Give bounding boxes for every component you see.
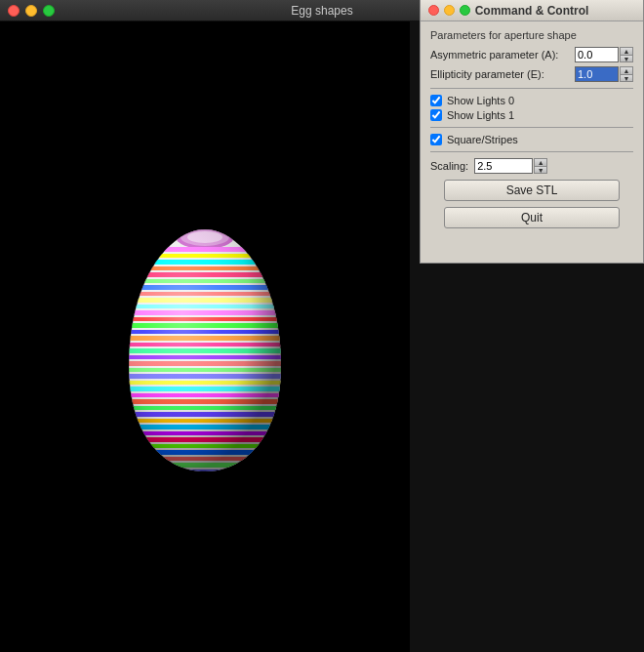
scaling-up[interactable]: ▲ [534, 158, 547, 166]
ellipticity-param-row: Ellipticity parameter (E): ▲ ▼ [430, 66, 633, 82]
scaling-label: Scaling: [430, 160, 468, 172]
scaling-down[interactable]: ▼ [534, 166, 547, 174]
control-body: Parameters for aperture shape Asymmetric… [421, 21, 643, 240]
asymmetric-up[interactable]: ▲ [620, 47, 633, 55]
main-close-button[interactable] [8, 5, 20, 17]
asymmetric-input[interactable] [575, 47, 619, 62]
show-lights-0-checkbox[interactable] [430, 95, 442, 106]
show-lights-1-row: Show Lights 1 [430, 109, 633, 121]
egg-visualization [112, 210, 298, 483]
divider-3 [430, 151, 633, 152]
ellipticity-down[interactable]: ▼ [620, 74, 633, 82]
save-stl-button[interactable]: Save STL [444, 180, 620, 201]
divider-2 [430, 127, 633, 128]
show-lights-0-label: Show Lights 0 [447, 95, 514, 106]
ellipticity-label: Ellipticity parameter (E): [430, 68, 575, 80]
scaling-row: Scaling: ▲ ▼ [430, 158, 633, 174]
control-panel: Command & Control Parameters for apertur… [420, 0, 644, 264]
square-stripes-label: Square/Stripes [447, 134, 518, 145]
show-lights-1-checkbox[interactable] [430, 109, 442, 121]
divider-1 [430, 88, 633, 89]
asymmetric-param-row: Asymmetric parameter (A): ▲ ▼ [430, 47, 633, 62]
scaling-input[interactable] [474, 158, 533, 174]
control-traffic-lights [428, 5, 470, 16]
scaling-spinner: ▲ ▼ [534, 158, 547, 174]
ctrl-minimize-button[interactable] [444, 5, 455, 16]
asymmetric-input-wrap: ▲ ▼ [575, 47, 633, 62]
main-window: Egg shapes [0, 0, 644, 652]
canvas-area [0, 21, 410, 652]
scaling-input-wrap: ▲ ▼ [474, 158, 547, 174]
main-window-title: Egg shapes [291, 4, 352, 18]
egg-container [112, 210, 298, 483]
asymmetric-down[interactable]: ▼ [620, 55, 633, 62]
quit-button[interactable]: Quit [444, 207, 620, 228]
main-traffic-lights [8, 5, 55, 17]
ellipticity-input-wrap: ▲ ▼ [575, 66, 633, 82]
square-stripes-row: Square/Stripes [430, 134, 633, 145]
show-lights-1-label: Show Lights 1 [447, 109, 514, 121]
asymmetric-label: Asymmetric parameter (A): [430, 49, 575, 61]
main-maximize-button[interactable] [43, 5, 55, 17]
asymmetric-spinner: ▲ ▼ [620, 47, 633, 62]
show-lights-0-row: Show Lights 0 [430, 95, 633, 106]
square-stripes-checkbox[interactable] [430, 134, 442, 145]
ctrl-close-button[interactable] [428, 5, 439, 16]
ellipticity-up[interactable]: ▲ [620, 66, 633, 74]
ctrl-maximize-button[interactable] [460, 5, 470, 16]
main-minimize-button[interactable] [25, 5, 37, 17]
ellipticity-spinner: ▲ ▼ [620, 66, 633, 82]
ellipticity-input[interactable] [575, 66, 619, 82]
svg-rect-41 [112, 476, 298, 481]
section-header: Parameters for aperture shape [430, 29, 633, 41]
control-titlebar: Command & Control [421, 0, 643, 21]
